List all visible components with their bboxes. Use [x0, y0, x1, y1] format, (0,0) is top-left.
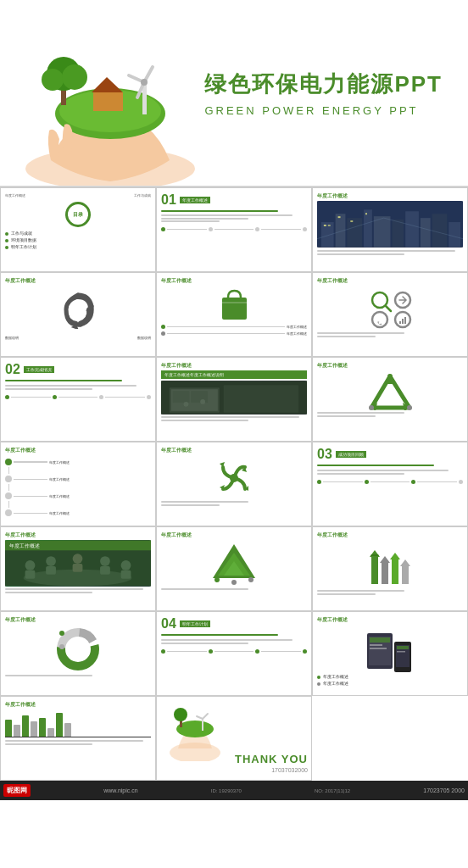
svg-line-115	[197, 716, 203, 719]
svg-point-65	[24, 570, 132, 587]
svg-rect-7	[93, 92, 123, 111]
thankyou-title: THANK YOU	[235, 753, 308, 765]
slide13-label: 年度工作概述	[5, 532, 151, 538]
slide-10-steps: 年度工作概述 年度工作概述 年度工作概述 年度工作概述	[0, 442, 156, 526]
svg-point-70	[73, 554, 83, 564]
svg-point-56	[387, 374, 393, 379]
svg-point-72	[100, 556, 110, 566]
svg-point-82	[231, 580, 237, 585]
svg-point-57	[407, 405, 412, 410]
svg-rect-20	[392, 220, 404, 247]
office-svg	[161, 381, 307, 415]
slide5-bag-icon	[161, 287, 307, 321]
svg-rect-104	[370, 637, 390, 643]
slide6-icon-grid	[317, 287, 463, 330]
svg-rect-89	[392, 557, 398, 584]
slide-19-bars: 年度工作概述	[0, 696, 156, 781]
svg-text:年度工作概述: 年度工作概述	[9, 542, 40, 548]
slide11-label: 年度工作概述	[161, 448, 307, 453]
slide1-header-right: 工作与成就	[134, 193, 151, 198]
svg-rect-105	[370, 644, 382, 646]
slide6-label: 年度工作概述	[317, 278, 463, 284]
svg-point-13	[141, 79, 148, 86]
toc-circle: 目录	[65, 202, 91, 227]
slide-17: 04 明年工作计划	[156, 611, 312, 696]
svg-point-6	[62, 64, 87, 90]
slide-6-icons: 年度工作概述	[312, 272, 468, 357]
slide14-label: 年度工作概述	[161, 532, 307, 538]
donut-svg	[55, 626, 102, 673]
slide8-photo	[161, 381, 307, 415]
recycle-svg	[59, 291, 98, 329]
svg-rect-47	[224, 385, 298, 412]
svg-point-5	[42, 69, 64, 91]
slide7-label: 工作完成情况	[24, 366, 54, 373]
slide15-label: 年度工作概述	[317, 532, 463, 538]
svg-point-66	[25, 560, 36, 570]
slide-8-green-stripe: 年度工作概述 年度工作概述年度工作概述说明	[156, 357, 312, 442]
svg-point-83	[248, 577, 254, 582]
slide4-text2: 数据说明	[137, 336, 151, 340]
slide9-label: 年度工作概述	[317, 363, 463, 369]
slide10-steps: 年度工作概述 年度工作概述 年度工作概述 年度工作概述	[5, 459, 151, 516]
slide18-devices	[317, 626, 463, 673]
svg-rect-21	[405, 211, 419, 247]
svg-point-68	[46, 556, 56, 566]
svg-rect-15	[321, 222, 334, 247]
slide19-barchart	[5, 711, 151, 737]
svg-rect-24	[448, 222, 460, 247]
watermark-bar: 昵图网 www.nipic.cn ID: 19290370 NO: 2017|1…	[0, 781, 468, 800]
slide-2: 01 年度工作概述	[156, 187, 312, 272]
svg-rect-84	[371, 554, 378, 584]
svg-line-38	[386, 306, 391, 311]
svg-point-96	[68, 639, 88, 659]
cross-svg	[213, 457, 255, 499]
watermark-logo: 昵图网	[3, 784, 31, 797]
svg-rect-22	[421, 218, 431, 247]
slide12-label: 成功项目回顾	[336, 451, 366, 458]
meeting-svg: 年度工作概述	[5, 540, 151, 587]
slides-grid: 年度工作概述 工作与成就 目录 工作与成就 环境项目数据 明年工作计划 01 年…	[0, 186, 468, 781]
svg-rect-29	[365, 213, 367, 214]
svg-rect-73	[100, 566, 110, 575]
slide-20-thankyou: THANK YOU 17037032000	[156, 696, 312, 781]
svg-marker-88	[380, 556, 390, 563]
slide18-item2: 年度工作概述	[323, 682, 348, 686]
step1-text: 年度工作概述	[49, 460, 151, 465]
svg-rect-17	[347, 218, 362, 247]
hero-title-english: GREEN POWER ENERGY PPT	[204, 104, 443, 117]
hero-text-block: 绿色环保电力能源PPT GREEN POWER ENERGY PPT	[204, 70, 443, 117]
triangle-svg	[367, 372, 414, 410]
slide-4-recycle: 年度工作概述	[0, 272, 156, 357]
slide17-label: 明年工作计划	[180, 620, 210, 627]
svg-rect-107	[397, 646, 409, 649]
svg-point-99	[59, 644, 64, 649]
svg-rect-49	[173, 391, 190, 403]
svg-rect-18	[364, 209, 372, 247]
city-svg	[317, 201, 463, 248]
svg-rect-113	[202, 719, 203, 731]
svg-rect-43	[402, 319, 404, 324]
slide1-header-left: 年度工作概述	[5, 193, 25, 198]
slide12-num: 03	[317, 448, 332, 461]
bag-svg	[220, 287, 249, 321]
watermark-code: 17023705 2000	[423, 787, 465, 793]
svg-point-58	[369, 405, 374, 410]
slide-12: 03 成功项目回顾	[312, 442, 468, 526]
svg-point-63	[230, 474, 238, 482]
svg-rect-27	[338, 216, 341, 218]
slide5-item2: 年度工作概述	[287, 331, 307, 336]
svg-rect-75	[121, 570, 131, 579]
toc-lines: 工作与成就 环境项目数据 明年工作计划	[5, 231, 151, 249]
hero-title-chinese: 绿色环保电力能源PPT	[204, 70, 443, 99]
slide-14-cone: 年度工作概述	[156, 526, 312, 611]
svg-rect-87	[382, 560, 388, 584]
slide-18-phone: 年度工作概述 年度工作概述 年度工作概述	[312, 611, 468, 696]
slide-15-arrows: 年度工作概述	[312, 526, 468, 611]
slide13-photo: 年度工作概述	[5, 540, 151, 587]
slide18-label: 年度工作概述	[317, 617, 463, 623]
slide10-label: 年度工作概述	[5, 448, 151, 453]
watermark-id: ID: 19290370	[211, 788, 242, 793]
slide4-label: 年度工作概述	[5, 278, 151, 284]
slide18-item1: 年度工作概述	[323, 675, 348, 679]
